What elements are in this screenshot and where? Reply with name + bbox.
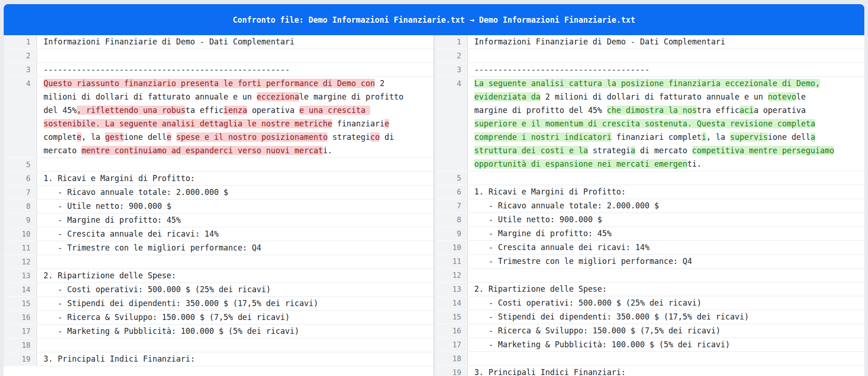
line-number: 7 (434, 199, 468, 213)
unchanged-text: - Ricavo annuale totale: 2.000.000 $ (43, 188, 228, 197)
header-title: Confronto file: Demo Informazioni Finanz… (233, 15, 635, 25)
wrapped-text-row: complete, la gestione delle spese e il n… (43, 131, 430, 144)
line-number: 1 (4, 35, 37, 49)
unchanged-text: - Trimestre con le migliori performance:… (43, 243, 261, 252)
diff-line: 15 - Stipendi dei dipendenti: 350.000 $ … (434, 310, 864, 324)
diff-line: 5 (4, 158, 434, 172)
line-content: - Trimestre con le migliori performance:… (37, 241, 434, 255)
line-content: 3. Principali Indici Finanziari: (468, 366, 864, 376)
diff-line: 2 (4, 49, 434, 63)
diff-line: 1Informazioni Finanziarie di Demo - Dati… (4, 35, 434, 49)
wrapped-text-row: Questo riassunto finanziario presenta le… (43, 77, 430, 90)
line-content: 1. Ricavi e Margini di Profitto: (468, 185, 864, 199)
diff-line: 61. Ricavi e Margini di Profitto: (4, 172, 434, 186)
inserted-text: a (631, 146, 635, 155)
unchanged-text: 3. Principali Indici Finanziari: (474, 368, 626, 376)
diff-line: 9 - Margine di profitto: 45% (434, 227, 864, 241)
line-content: - Marketing & Pubblicità: 100.000 $ (5% … (468, 338, 864, 352)
unchanged-text (171, 132, 176, 142)
wrapped-text-row (474, 171, 861, 185)
line-content: - Marketing & Pubblicità: 100.000 $ (5% … (37, 325, 434, 338)
line-content: ------------------------------------- (468, 63, 864, 77)
line-number: 14 (434, 296, 468, 310)
unchanged-text: ------------------------------------- (474, 65, 650, 74)
wrapped-text-row: - Margine di profitto: 45% (474, 227, 861, 240)
diff-line: 61. Ricavi e Margini di Profitto: (434, 185, 864, 199)
wrapped-text-row (474, 269, 861, 282)
wrapped-text-row: mercato mentre continuiamo ad espanderci… (43, 144, 430, 157)
line-number: 15 (4, 297, 37, 311)
diff-line: 11 - Trimestre con le migliori performan… (4, 241, 434, 255)
wrapped-text-row: - Costi operativi: 500.000 $ (25% dei ri… (474, 296, 861, 310)
deleted-text: , riflettendo una robus (77, 106, 186, 115)
unchanged-text: - Trimestre con le migliori performance:… (474, 257, 692, 266)
deleted-text: e (167, 132, 171, 142)
unchanged-text: - Margine di profitto: 45% (43, 215, 181, 225)
inserted-text: struttura dei costi e la (474, 146, 588, 155)
diff-line: 14 - Costi operativi: 500.000 $ (25% dei… (4, 283, 434, 297)
unchanged-text: Informazioni Finanziarie di Demo - Dati … (474, 37, 725, 46)
unchanged-text: finanziari complet (612, 132, 701, 142)
diff-line: 9 - Margine di profitto: 45% (4, 213, 434, 227)
inserted-text: notevo (768, 92, 796, 101)
deleted-text: gest (105, 132, 124, 142)
unchanged-text: le (796, 92, 806, 101)
deleted-text: ienza (223, 106, 247, 115)
line-number: 10 (4, 227, 37, 241)
deleted-text: e (77, 132, 81, 142)
line-number: 8 (4, 200, 37, 213)
unchanged-text: - Utile netto: 900.000 $ (43, 201, 171, 211)
diff-line: 10 - Crescita annuale dei ricavi: 14% (434, 241, 864, 255)
line-number: 13 (434, 282, 468, 296)
wrapped-text-row: - Stipendi dei dipendenti: 350.000 $ (17… (43, 297, 430, 310)
unchanged-text: 2 (375, 79, 384, 88)
diff-line: 193. Principali Indici Finanziari: (434, 366, 864, 376)
wrapped-text-row: - Ricerca & Sviluppo: 150.000 $ (7,5% de… (43, 311, 430, 324)
diff-line: 8 - Utile netto: 900.000 $ (4, 200, 434, 213)
line-content: 2. Ripartizione delle Spese: (37, 269, 434, 283)
line-number: 2 (4, 49, 37, 63)
line-content (468, 171, 864, 185)
unchanged-text: - Marketing & Pubblicità: 100.000 $ (5% … (474, 340, 730, 349)
line-content: - Stipendi dei dipendenti: 350.000 $ (17… (468, 310, 864, 324)
unchanged-text: ti. (688, 159, 702, 169)
line-number: 8 (434, 213, 468, 227)
line-content: 2. Ripartizione delle Spese: (468, 282, 864, 296)
wrapped-text-row (474, 352, 861, 365)
wrapped-text-row: - Trimestre con le migliori performance:… (43, 241, 430, 255)
line-number: 10 (434, 241, 468, 255)
deleted-text: e una crescita (299, 106, 371, 115)
deleted-text: co (370, 132, 379, 142)
wrapped-text-row: margine di profitto del 45% che dimostra… (474, 104, 861, 117)
unchanged-text: 1. Ricavi e Margini di Profitto: (474, 187, 626, 196)
diff-line: 12 (434, 269, 864, 282)
line-number: 12 (434, 269, 468, 282)
line-content: - Ricavo annuale totale: 2.000.000 $ (468, 199, 864, 213)
unchanged-text: margine di profitto del 45% (474, 106, 607, 115)
line-number: 18 (434, 352, 468, 366)
line-content: Questo riassunto finanziario presenta le… (37, 77, 434, 158)
unchanged-text: finanziari (332, 119, 384, 128)
unchanged-text: 3. Principali Indici Finanziari: (43, 354, 195, 363)
unchanged-text: ----------------------------------------… (43, 65, 290, 74)
wrapped-text-row: - Ricavo annuale totale: 2.000.000 $ (43, 186, 430, 199)
unchanged-text: - Ricerca & Sviluppo: 150.000 $ (7,5% de… (474, 326, 720, 335)
line-number: 2 (434, 49, 468, 63)
line-content (37, 338, 434, 352)
line-number: 3 (4, 63, 37, 77)
unchanged-text: di (380, 132, 394, 142)
diff-line: 14 - Costi operativi: 500.000 $ (25% dei… (434, 296, 864, 310)
unchanged-text: a operativa (754, 106, 806, 115)
diff-line: 15 - Stipendi dei dipendenti: 350.000 $ … (4, 297, 434, 311)
line-number: 14 (4, 283, 37, 297)
line-number: 5 (434, 171, 468, 185)
wrapped-text-row: - Ricavo annuale totale: 2.000.000 $ (474, 199, 861, 213)
file-compare-header: Confronto file: Demo Informazioni Finanz… (4, 4, 864, 35)
inserted-text: competitiva mentre perseguiamo (692, 146, 834, 155)
inserted-text: La seguente analisi cattura la posizione… (474, 79, 820, 88)
wrapped-text-row: del 45%, riflettendo una robusta efficie… (43, 104, 430, 117)
diff-line: 4Questo riassunto finanziario presenta l… (4, 77, 434, 158)
inserted-text: che dimostra la nos (607, 106, 697, 115)
unchanged-text: - Stipendi dei dipendenti: 350.000 $ (17… (474, 312, 749, 321)
wrapped-text-row: milioni di dollari di fatturato annuale … (43, 90, 430, 104)
